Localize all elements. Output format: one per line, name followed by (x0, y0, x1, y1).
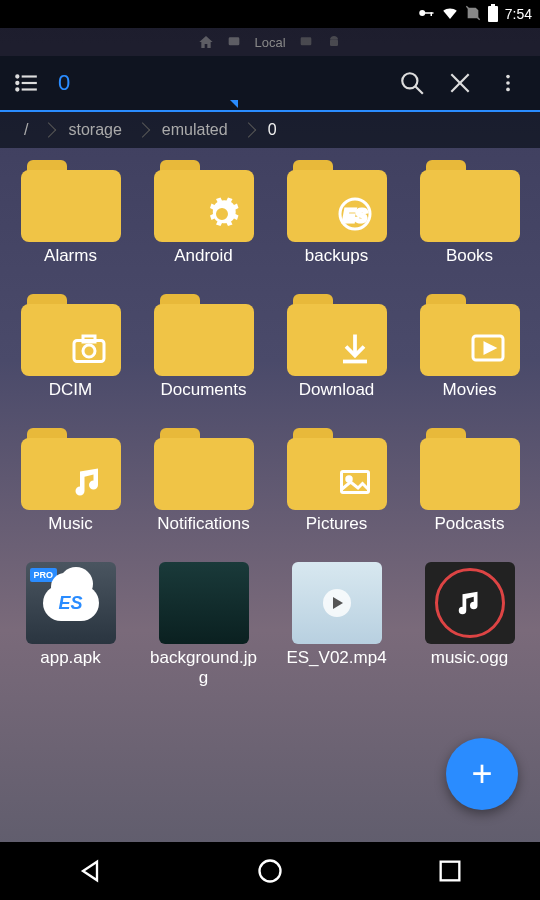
close-button[interactable] (436, 59, 484, 107)
folder-item[interactable]: Music (8, 428, 133, 554)
folder-item[interactable]: Documents (141, 294, 266, 420)
folder-item[interactable]: Notifications (141, 428, 266, 554)
svg-point-15 (16, 88, 18, 90)
folder-label: Notifications (157, 514, 250, 554)
folder-label: Podcasts (435, 514, 505, 554)
svg-rect-4 (488, 6, 498, 22)
sdcard2-icon[interactable] (298, 34, 314, 50)
svg-rect-36 (441, 862, 460, 881)
svg-point-0 (419, 10, 425, 16)
file-label: ES_V02.mp4 (286, 648, 386, 688)
file-thumbnail (159, 562, 249, 644)
folder-label: Books (446, 246, 493, 286)
location-strip: Local (0, 28, 540, 56)
file-thumbnail (292, 562, 382, 644)
svg-line-18 (415, 86, 423, 94)
nav-home-button[interactable] (256, 857, 284, 885)
file-thumbnail (425, 562, 515, 644)
menu-list-button[interactable] (8, 65, 44, 101)
svg-rect-5 (491, 4, 495, 7)
battery-icon (487, 4, 499, 25)
file-item[interactable]: ES_V02.mp4 (274, 562, 399, 689)
folder-item[interactable]: Pictures (274, 428, 399, 554)
svg-point-21 (506, 75, 510, 79)
folder-icon (154, 294, 254, 376)
image-icon (337, 464, 373, 500)
android-status-bar: 7:54 (0, 0, 540, 28)
folder-icon (420, 428, 520, 510)
play-icon (470, 330, 506, 366)
sdcard-icon[interactable] (226, 34, 242, 50)
crumb-root[interactable]: / (4, 121, 48, 139)
folder-item[interactable]: ESbackups (274, 160, 399, 286)
breadcrumb: / storage emulated 0 (0, 112, 540, 148)
svg-rect-6 (229, 37, 240, 45)
folder-item[interactable]: Podcasts (407, 428, 532, 554)
folder-item[interactable]: DCIM (8, 294, 133, 420)
location-label: Local (254, 35, 285, 50)
folder-label: backups (305, 246, 368, 286)
dropdown-indicator-icon[interactable] (230, 100, 238, 108)
folder-icon (420, 160, 520, 242)
overflow-menu-button[interactable] (484, 59, 532, 107)
vpn-key-icon (417, 4, 435, 25)
file-item[interactable]: PROESapp.apk (8, 562, 133, 689)
gear-icon (204, 196, 240, 232)
folder-icon (420, 294, 520, 376)
fab-add-button[interactable]: + (446, 738, 518, 810)
folder-label: Alarms (44, 246, 97, 286)
path-count[interactable]: 0 (58, 70, 70, 96)
svg-point-13 (16, 82, 18, 84)
folder-icon (287, 294, 387, 376)
crumb-emulated[interactable]: emulated (142, 121, 248, 139)
svg-point-23 (506, 88, 510, 92)
folder-item[interactable]: Movies (407, 294, 532, 420)
download-icon (337, 330, 373, 366)
svg-point-22 (506, 81, 510, 85)
no-sim-icon (465, 5, 481, 24)
folder-item[interactable]: Android (141, 160, 266, 286)
note-icon (71, 464, 107, 500)
svg-point-11 (16, 75, 18, 77)
svg-point-27 (83, 345, 95, 357)
svg-rect-2 (430, 12, 432, 16)
svg-rect-8 (330, 39, 338, 46)
svg-rect-33 (341, 472, 368, 493)
home-icon[interactable] (198, 34, 214, 50)
disc-icon (435, 568, 505, 638)
folder-label: Android (174, 246, 233, 286)
folder-label: Download (299, 380, 375, 420)
folder-label: Documents (161, 380, 247, 420)
folder-icon (21, 294, 121, 376)
folder-item[interactable]: Download (274, 294, 399, 420)
nav-recent-button[interactable] (436, 857, 464, 885)
folder-icon (154, 428, 254, 510)
folder-icon (287, 428, 387, 510)
es-logo: ES (58, 593, 82, 614)
folder-label: Movies (443, 380, 497, 420)
play-icon (323, 589, 351, 617)
svg-marker-32 (485, 344, 494, 353)
folder-label: DCIM (49, 380, 92, 420)
nav-back-button[interactable] (76, 857, 104, 885)
file-thumbnail: PROES (26, 562, 116, 644)
search-button[interactable] (388, 59, 436, 107)
svg-rect-7 (300, 37, 311, 45)
svg-point-35 (260, 861, 281, 882)
folder-label: Pictures (306, 514, 367, 554)
folder-icon (21, 428, 121, 510)
file-item[interactable]: background.jpg (141, 562, 266, 689)
crumb-0[interactable]: 0 (248, 121, 297, 139)
file-label: app.apk (40, 648, 101, 688)
file-item[interactable]: music.ogg (407, 562, 532, 689)
svg-point-17 (402, 73, 417, 88)
folder-item[interactable]: Alarms (8, 160, 133, 286)
folder-icon (154, 160, 254, 242)
es-icon: ES (337, 196, 373, 232)
camera-icon (71, 330, 107, 366)
folder-icon: ES (287, 160, 387, 242)
app-toolbar: 0 (0, 56, 540, 112)
crumb-storage[interactable]: storage (48, 121, 141, 139)
android-icon[interactable] (326, 34, 342, 50)
folder-item[interactable]: Books (407, 160, 532, 286)
